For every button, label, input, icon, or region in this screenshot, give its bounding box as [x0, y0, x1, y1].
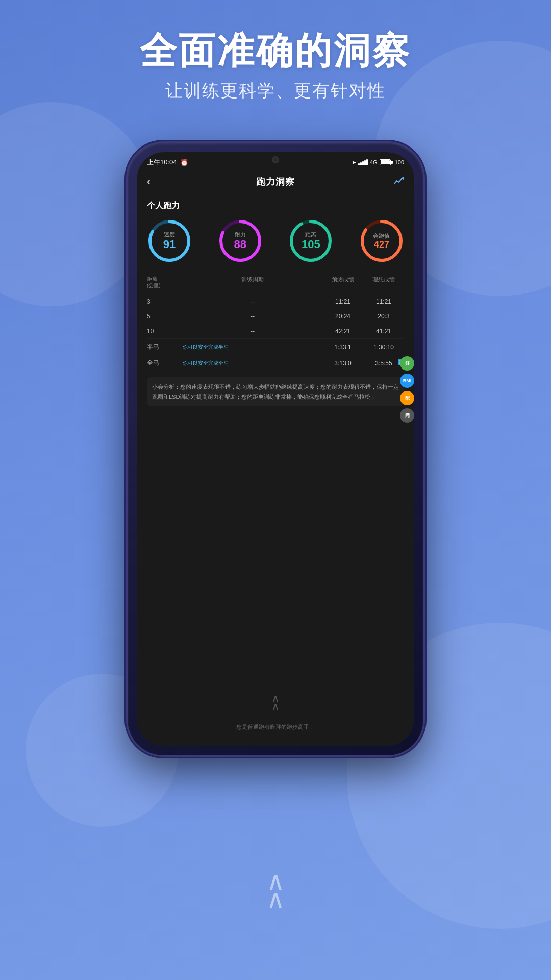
analysis-section: 小会分析：您的速度表现很不错，练习增大步幅就能继续提高速度；您的耐力表现很不错，…	[147, 377, 404, 406]
float-btn-pace[interactable]: 配	[400, 391, 414, 405]
header-subtitle: 让训练更科学、更有针对性	[0, 79, 551, 103]
cell-training-5: 你可以安全完成全马	[183, 360, 322, 367]
run-value-value: 427	[373, 240, 390, 250]
network-type: 4G	[370, 159, 378, 165]
cell-ideal-5: 3:5:55 跑	[363, 360, 404, 367]
distance-label: 距离	[302, 231, 320, 238]
cell-predicted-2: 20:24	[322, 313, 363, 320]
header-ideal: 理想成绩	[363, 276, 404, 289]
endurance-stat: 耐力 88	[218, 218, 263, 263]
back-button[interactable]: ‹	[147, 175, 151, 188]
table-header: 距离(公里) 训练周期 预测成绩 理想成绩	[147, 273, 404, 292]
cell-training-2: --	[183, 313, 322, 320]
table-row: 10 -- 42:21 41:21	[147, 324, 404, 339]
endurance-label: 耐力	[234, 231, 246, 238]
cell-ideal-3: 41:21	[363, 328, 404, 335]
run-value-label: 会跑值	[373, 232, 390, 240]
endurance-value: 88	[234, 238, 246, 251]
speed-circle: 速度 91	[147, 218, 192, 263]
cell-distance-4: 半马	[147, 342, 183, 351]
performance-table: 距离(公里) 训练周期 预测成绩 理想成绩 3 -- 11:21 11:21	[147, 273, 404, 371]
float-btn-threshold[interactable]: 阀	[400, 408, 414, 413]
battery-level: 100	[395, 159, 404, 165]
cell-training-4: 你可以安全完成半马	[183, 344, 322, 351]
navigation-icon: ➤	[352, 159, 356, 166]
cell-predicted-5: 3:13:0	[322, 360, 363, 367]
scroll-indicator: ∧∧	[266, 873, 285, 909]
table-row: 3 -- 11:21 11:21	[147, 295, 404, 309]
cell-ideal-1: 11:21	[363, 298, 404, 305]
speed-label: 速度	[163, 231, 176, 238]
swipe-up-indicator: ∧∧	[271, 695, 280, 710]
battery-icon	[380, 159, 393, 165]
cell-training-3: --	[183, 328, 322, 335]
cell-training-1: --	[183, 298, 322, 305]
screen-content: 个人跑力 速度 91	[137, 193, 414, 413]
float-btn-bmi[interactable]: BMI	[400, 374, 414, 388]
run-value-stat: 会跑值 427	[359, 218, 404, 263]
section-title: 个人跑力	[147, 201, 404, 211]
distance-circle: 距离 105	[288, 218, 333, 263]
header-predicted: 预测成绩	[322, 276, 363, 289]
stats-row: 速度 91 耐力	[147, 218, 404, 263]
table-row: 5 -- 20:24 20:3	[147, 309, 404, 324]
cell-ideal-2: 20:3	[363, 313, 404, 320]
status-time: 上午10:04 ⏰	[147, 158, 188, 167]
cell-ideal-4: 1:30:10	[363, 344, 404, 351]
cell-predicted-4: 1:33:1	[322, 344, 363, 351]
analysis-text: 小会分析：您的速度表现很不错，练习增大步幅就能继续提高速度；您的耐力表现很不错，…	[152, 382, 399, 401]
phone-wrapper: 上午10:04 ⏰ ➤ 4G	[128, 143, 423, 755]
status-right-icons: ➤ 4G 100	[352, 159, 404, 166]
cell-distance-5: 全马	[147, 359, 183, 368]
phone-screen: 上午10:04 ⏰ ➤ 4G	[137, 152, 414, 746]
header-training: 训练周期	[183, 276, 322, 289]
table-row: 半马 你可以安全完成半马 1:33:1 1:30:10	[147, 339, 404, 355]
phone-shell: 上午10:04 ⏰ ➤ 4G	[128, 143, 423, 755]
cell-distance-2: 5	[147, 313, 183, 320]
floating-buttons: 好 BMI 配 阀	[400, 356, 414, 413]
nav-title: 跑力洞察	[256, 176, 295, 188]
notch	[255, 152, 296, 166]
distance-stat: 距离 105	[288, 218, 333, 263]
run-value-circle: 会跑值 427	[359, 218, 404, 263]
header-distance: 距离(公里)	[147, 276, 183, 289]
header-section: 全面准确的洞察 让训练更科学、更有针对性	[0, 31, 551, 103]
cell-predicted-3: 42:21	[322, 328, 363, 335]
cell-distance-3: 10	[147, 328, 183, 335]
speed-stat: 速度 91	[147, 218, 192, 263]
distance-value: 105	[302, 238, 320, 251]
endurance-circle: 耐力 88	[218, 218, 263, 263]
speed-value: 91	[163, 238, 176, 251]
chart-icon[interactable]	[394, 177, 404, 187]
nav-bar: ‹ 跑力洞察	[137, 170, 414, 193]
front-camera	[272, 156, 279, 163]
footer-text: 您是普通跑者膜拜的跑步高手！	[137, 723, 414, 731]
header-title: 全面准确的洞察	[0, 31, 551, 71]
cell-distance-1: 3	[147, 298, 183, 305]
cell-predicted-1: 11:21	[322, 298, 363, 305]
alarm-icon: ⏰	[180, 159, 188, 166]
signal-icon	[358, 159, 368, 165]
table-row: 全马 你可以安全完成全马 3:13:0 3:5:55 跑	[147, 355, 404, 371]
float-btn-good[interactable]: 好	[400, 356, 414, 371]
